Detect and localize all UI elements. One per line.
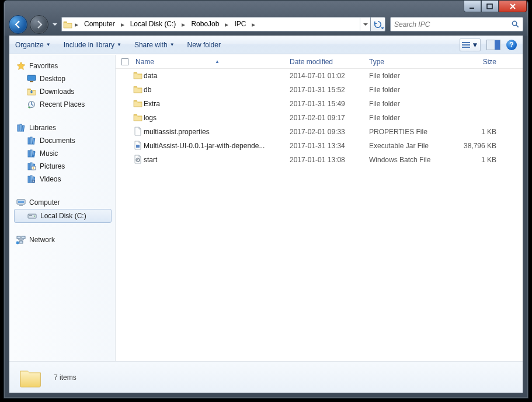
favorites-group[interactable]: Favorites (14, 60, 115, 72)
back-button[interactable] (9, 15, 27, 34)
file-row[interactable]: multiassist.properties2017-02-01 09:33PR… (116, 125, 523, 139)
forward-button[interactable] (30, 15, 48, 34)
column-type[interactable]: Type (369, 58, 450, 66)
file-date: 2014-07-01 01:02 (290, 72, 369, 80)
sidebar-item-label: Documents (40, 137, 75, 145)
help-button[interactable]: ? (506, 40, 517, 50)
breadcrumb-folder-1[interactable]: RoboJob (187, 18, 222, 31)
minimize-button[interactable] (464, 1, 481, 12)
share-with-menu[interactable]: Share with▼ (134, 41, 175, 49)
change-view-button[interactable]: ▼ (460, 39, 481, 51)
desktop-icon (27, 74, 36, 83)
music-icon (27, 149, 36, 158)
file-name: data (144, 72, 290, 80)
sidebar-item-documents[interactable]: Documents (14, 134, 115, 147)
chevron-right-icon[interactable]: ▸ (119, 20, 127, 29)
titlebar[interactable] (4, 1, 528, 13)
file-name: MultiAssist-UI-0.0.1-jar-with-depende... (144, 142, 290, 150)
recent-icon (27, 100, 36, 109)
file-size: 38,796 KB (450, 142, 496, 150)
column-size[interactable]: Size (450, 58, 496, 66)
file-size: 1 KB (450, 156, 496, 164)
chevron-right-icon[interactable]: ▸ (179, 20, 187, 29)
share-label: Share with (134, 41, 168, 49)
maximize-button[interactable] (481, 1, 499, 12)
folder-summary-icon (18, 366, 43, 389)
sidebar-item-recent-places[interactable]: Recent Places (14, 98, 115, 111)
batch-icon (133, 155, 142, 164)
favorites-label: Favorites (29, 62, 58, 70)
sidebar-item-label: Desktop (40, 75, 65, 83)
column-name[interactable]: Name ▲ (133, 58, 290, 66)
file-row[interactable]: db2017-01-31 15:52File folder (116, 83, 523, 97)
file-type: File folder (369, 114, 450, 122)
file-icon (133, 127, 142, 136)
location-folder-icon (63, 20, 72, 29)
organize-menu[interactable]: Organize▼ (15, 41, 51, 49)
libraries-icon (16, 123, 26, 132)
search-input[interactable] (391, 20, 507, 29)
file-date: 2017-02-01 09:17 (290, 114, 369, 122)
column-name-label: Name (135, 58, 154, 66)
file-row[interactable]: data2014-07-01 01:02File folder (116, 69, 523, 83)
sidebar-item-videos[interactable]: Videos (14, 173, 115, 186)
chevron-right-icon[interactable]: ▸ (72, 20, 81, 29)
network-icon (16, 235, 26, 244)
search-icon[interactable] (507, 20, 523, 29)
file-name: Extra (144, 100, 290, 108)
documents-icon (27, 136, 36, 145)
sidebar-item-label: Pictures (40, 162, 65, 170)
file-type: File folder (369, 100, 450, 108)
sidebar-item-pictures[interactable]: Pictures (14, 160, 115, 173)
file-row[interactable]: logs2017-02-01 09:17File folder (116, 111, 523, 125)
sidebar-item-music[interactable]: Music (14, 147, 115, 160)
chevron-right-icon[interactable]: ▸ (249, 20, 258, 29)
chevron-right-icon[interactable]: ▸ (222, 20, 231, 29)
sidebar-item-desktop[interactable]: Desktop (14, 72, 115, 85)
file-row[interactable]: MultiAssist-UI-0.0.1-jar-with-depende...… (116, 139, 523, 153)
file-type: File folder (369, 72, 450, 80)
file-row[interactable]: Extra2017-01-31 15:49File folder (116, 97, 523, 111)
file-size: 1 KB (450, 128, 496, 136)
file-name: logs (144, 114, 290, 122)
details-summary: 7 items (54, 373, 77, 382)
search-box[interactable] (390, 17, 523, 32)
sort-ascending-icon: ▲ (215, 59, 220, 64)
sidebar-item-downloads[interactable]: Downloads (14, 85, 115, 98)
include-in-library-menu[interactable]: Include in library▼ (64, 41, 121, 49)
refresh-button[interactable] (370, 17, 385, 32)
breadcrumb-folder-2[interactable]: IPC (231, 18, 249, 31)
sidebar-item-local-disk[interactable]: Local Disk (C:) (14, 209, 112, 223)
file-type: PROPERTIES File (369, 128, 450, 136)
computer-group[interactable]: Computer (14, 196, 115, 209)
file-row[interactable]: start2017-01-01 13:08Windows Batch File1… (116, 153, 523, 167)
folder-icon (133, 113, 142, 122)
recent-locations-button[interactable] (51, 16, 59, 33)
new-folder-label: New folder (187, 41, 221, 49)
breadcrumb-drive[interactable]: Local Disk (C:) (127, 18, 180, 31)
libraries-label: Libraries (29, 124, 56, 132)
libraries-group[interactable]: Libraries (14, 121, 115, 134)
folder-icon (133, 99, 142, 108)
navigation-bar: ▸ Computer ▸ Local Disk (C:) ▸ RoboJob ▸… (9, 13, 523, 35)
svg-rect-25 (487, 4, 492, 9)
svg-rect-28 (462, 47, 470, 48)
drive-icon (27, 211, 37, 221)
network-group[interactable]: Network (14, 233, 115, 246)
organize-label: Organize (15, 41, 44, 49)
close-button[interactable] (499, 1, 527, 12)
address-history-button[interactable] (360, 17, 370, 32)
jar-icon (133, 141, 142, 150)
sidebar-item-label: Videos (40, 175, 61, 183)
pictures-icon (27, 162, 36, 171)
file-type: Executable Jar File (369, 142, 450, 150)
select-all-checkbox[interactable] (121, 58, 128, 65)
preview-pane-button[interactable] (486, 40, 500, 50)
column-date[interactable]: Date modified (290, 58, 369, 66)
file-name: db (144, 86, 290, 94)
computer-icon (16, 198, 26, 207)
address-bar[interactable]: ▸ Computer ▸ Local Disk (C:) ▸ RoboJob ▸… (61, 17, 360, 32)
file-date: 2017-01-31 15:52 (290, 86, 369, 94)
breadcrumb-computer[interactable]: Computer (81, 18, 119, 31)
new-folder-button[interactable]: New folder (187, 41, 221, 49)
